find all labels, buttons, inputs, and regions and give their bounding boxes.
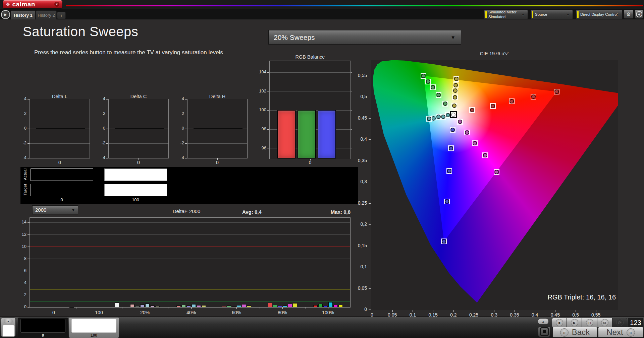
tick xyxy=(28,247,30,247)
tick-label: 2 xyxy=(176,111,184,116)
sweep-type-dropdown[interactable]: 20% Sweeps ▼ xyxy=(268,30,461,45)
read-series-button[interactable]: [··] xyxy=(582,318,597,327)
cie-x-tick xyxy=(535,310,535,312)
tick-label: 96 xyxy=(256,145,266,150)
tick xyxy=(28,234,30,235)
display-control-dropdown[interactable]: Direct Display Control ▼ xyxy=(576,10,623,19)
tick xyxy=(28,158,30,158)
delta-l-chart: 420-2-4 xyxy=(30,99,90,158)
tick xyxy=(351,148,352,148)
deltae-formula-dropdown[interactable]: 2000 ▼ xyxy=(32,205,78,214)
x-tick-label: 100 xyxy=(86,310,112,315)
target-row-label: Target xyxy=(23,180,27,200)
delta-h-x-label: 0 xyxy=(187,160,248,165)
deltae-bar xyxy=(222,306,226,307)
cie-measured-point xyxy=(451,113,455,117)
x-tick-label: 60% xyxy=(223,310,250,315)
calman-app-window: ❖ calman ▼ ▶ History 1 History 2 + Simul… xyxy=(0,0,644,338)
deltae-bar xyxy=(328,302,333,307)
tick-label: 4 xyxy=(176,96,184,101)
tick-label: 14 xyxy=(18,219,26,224)
tick xyxy=(185,143,187,144)
patch-window-button[interactable] xyxy=(538,326,550,337)
patch-label-0: 0 xyxy=(18,333,68,338)
delta-l-title: Delta L xyxy=(30,94,90,99)
play-button[interactable]: ▶ xyxy=(567,318,582,327)
tick-label: 8 xyxy=(18,256,26,261)
gridline xyxy=(30,114,90,114)
x-minor-tick xyxy=(214,307,214,309)
measurement-line xyxy=(194,128,243,129)
cie-y-tick-label: 0,2 xyxy=(352,221,367,227)
read-continuous-button[interactable]: ∞ xyxy=(597,318,612,327)
tick-label: 4 xyxy=(97,96,105,101)
cie-x-tick xyxy=(453,310,454,312)
tick xyxy=(351,129,352,130)
calman-logo-text: calman xyxy=(12,1,54,8)
sync-button[interactable]: ⟳ xyxy=(612,318,627,327)
deltae-bar xyxy=(318,304,323,307)
stop-button[interactable]: ■ xyxy=(552,318,567,327)
tick xyxy=(267,91,269,91)
calman-menu-button[interactable]: ❖ calman ▼ xyxy=(3,0,62,8)
patch-list-expander[interactable]: ▲ xyxy=(1,318,16,337)
back-button[interactable]: « Back xyxy=(552,327,597,338)
page-subtitle: Press the read series button to measure … xyxy=(34,49,223,56)
tick-label: 4 xyxy=(18,280,26,285)
tick-label: 2 xyxy=(18,111,26,116)
chevron-down-icon: ▼ xyxy=(450,35,455,40)
deltae-bar xyxy=(197,305,201,307)
patch-tile-100[interactable]: 100 xyxy=(69,318,119,338)
source-dropdown[interactable]: Source ▼ xyxy=(531,10,573,19)
cie-measured-point xyxy=(491,104,495,108)
x-tick xyxy=(328,307,328,309)
tick-label: 6 xyxy=(18,268,26,273)
level-label-100: 100 xyxy=(119,197,152,202)
collapse-panel-button[interactable]: ◀ xyxy=(635,10,643,19)
deltae-bar xyxy=(145,303,150,307)
rgb-bar-green xyxy=(298,110,316,158)
target-swatch-0 xyxy=(31,184,93,196)
tick xyxy=(267,148,269,148)
cie-y-tick xyxy=(369,246,371,246)
rgb-triplet-readout: RGB Triplet: 16, 16, 16 xyxy=(517,293,616,301)
cie-measured-point xyxy=(509,99,514,104)
cie-measured-point xyxy=(453,95,457,99)
tick-label: 0 xyxy=(97,126,105,131)
tick-label: -2 xyxy=(97,140,105,145)
meter-dropdown[interactable]: Simulated Meter Simulated ▼ xyxy=(484,10,528,19)
cie-y-tick xyxy=(369,288,371,289)
deltae-bar xyxy=(268,303,272,307)
add-tab-button[interactable]: + xyxy=(57,12,66,19)
cie-x-tick xyxy=(515,310,515,312)
tab-scroll-button[interactable]: ▶ xyxy=(1,10,10,19)
cie-y-tick-label: 0,15 xyxy=(352,243,367,248)
deltae-bar xyxy=(237,305,241,307)
tab-history-1[interactable]: History 1 xyxy=(11,10,36,19)
gridline xyxy=(30,271,350,271)
chevron-up-icon: ▲ xyxy=(4,319,13,324)
transport-expander[interactable]: ▲ xyxy=(538,318,549,325)
deltae-bar xyxy=(247,306,251,307)
tab-history-2[interactable]: History 2 xyxy=(36,10,57,19)
patch-tile-0[interactable]: 0 xyxy=(18,318,68,338)
spectrum-strip xyxy=(66,5,643,6)
cie-y-tick-label: 0,3 xyxy=(352,179,367,184)
cie-1976-chart xyxy=(371,60,618,310)
chevron-down-icon: ▼ xyxy=(566,13,570,17)
next-button[interactable]: Next » xyxy=(598,327,643,338)
page-title: Saturation Sweeps xyxy=(23,24,138,39)
tick xyxy=(28,307,30,308)
tick-label: 2 xyxy=(18,292,26,297)
tick xyxy=(28,114,30,114)
chevron-down-icon: ▼ xyxy=(54,2,59,7)
deltae-bar xyxy=(227,306,231,307)
cie-measured-point xyxy=(454,77,459,81)
reference-line xyxy=(30,289,350,289)
settings-button[interactable]: ⚙ xyxy=(624,10,634,19)
reference-line xyxy=(30,301,350,301)
stop-square-icon xyxy=(540,327,549,336)
cie-measured-point xyxy=(443,102,447,106)
chevron-down-icon: ▼ xyxy=(521,13,525,17)
deltae-max: Max: 0,8 xyxy=(317,209,351,215)
